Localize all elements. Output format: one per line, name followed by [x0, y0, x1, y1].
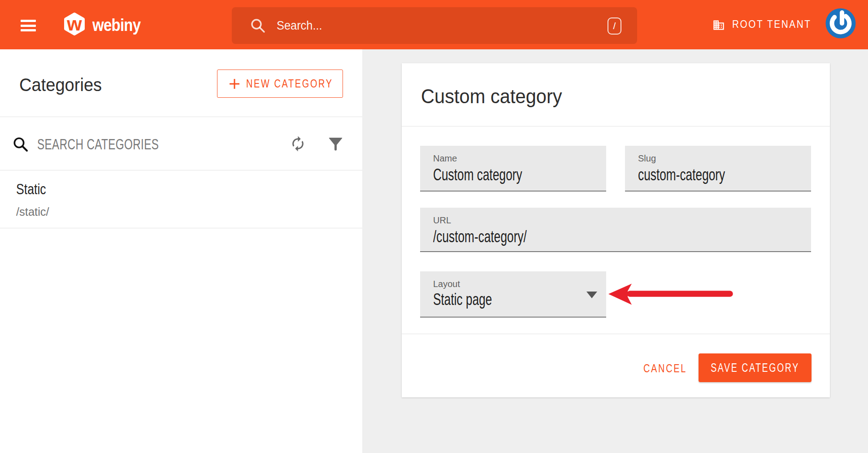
svg-text:w: w [66, 13, 82, 35]
